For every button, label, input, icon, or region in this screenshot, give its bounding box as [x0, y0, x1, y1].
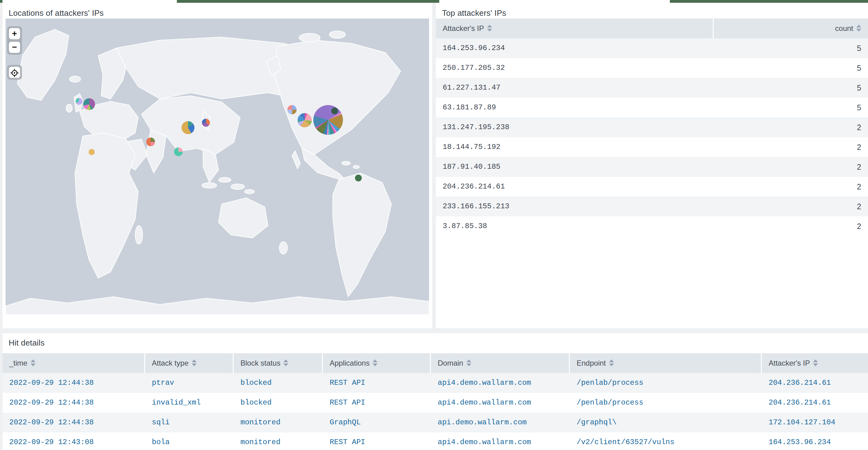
attack-type-cell[interactable]: invalid_xml [145, 393, 234, 413]
map-pie-marker[interactable] [355, 175, 362, 181]
attacker-ip-cell[interactable]: 61.227.131.47 [436, 78, 714, 98]
table-row[interactable]: 250.177.205.325 [436, 58, 868, 78]
block-status-cell[interactable]: monitored [234, 432, 323, 450]
endpoint-cell[interactable]: /graphql\ [570, 413, 762, 432]
attack-type-cell[interactable]: ptrav [145, 373, 234, 393]
time-cell[interactable]: 2022-09-29 12:44:38 [2, 413, 145, 432]
map-pie-marker[interactable] [313, 105, 343, 135]
column-header-time[interactable]: _time [2, 353, 145, 373]
attacker-ip-cell[interactable]: 204.236.214.61 [762, 393, 868, 413]
map-pie-marker[interactable] [83, 98, 95, 110]
column-header-attacker-ip[interactable]: Attacker's IP [762, 353, 868, 373]
time-cell[interactable]: 2022-09-29 12:43:08 [2, 432, 145, 450]
endpoint-cell[interactable]: /penlab/process [570, 373, 762, 393]
hit-details-panel: Hit details _time Attack type Block stat… [2, 333, 868, 450]
attack-type-cell[interactable]: sqli [145, 413, 234, 432]
sort-icon [813, 354, 818, 373]
count-cell[interactable]: 2 [714, 137, 868, 157]
count-cell[interactable]: 2 [714, 117, 868, 137]
domain-cell[interactable]: api.demo.wallarm.com [431, 413, 570, 432]
column-header-endpoint[interactable]: Endpoint [570, 353, 762, 373]
time-cell[interactable]: 2022-09-29 12:44:38 [2, 393, 145, 413]
applications-cell[interactable]: REST API [323, 393, 431, 413]
count-cell[interactable]: 5 [714, 38, 868, 58]
attack-type-cell[interactable]: bola [145, 432, 234, 450]
table-row[interactable]: 63.181.87.895 [436, 98, 868, 117]
table-row[interactable]: 18.144.75.1922 [436, 137, 868, 157]
table-row[interactable]: 3.87.85.382 [436, 216, 868, 236]
attacker-ip-cell[interactable]: 204.236.214.61 [436, 177, 714, 197]
map-pie-marker[interactable] [174, 147, 183, 156]
attacker-ip-cell[interactable]: 204.236.214.61 [762, 373, 868, 393]
map-zoom-control: + − [7, 26, 22, 55]
domain-cell[interactable]: api4.demo.wallarm.com [431, 393, 570, 413]
attacker-ip-cell[interactable]: 164.253.96.234 [762, 432, 868, 450]
column-header-block-status[interactable]: Block status [234, 353, 323, 373]
table-row[interactable]: 2022-09-29 12:44:38 sqli monitored Graph… [2, 413, 868, 432]
panel-title: Hit details [2, 333, 868, 348]
count-cell[interactable]: 5 [714, 58, 868, 78]
column-header-domain[interactable]: Domain [431, 353, 570, 373]
block-status-cell[interactable]: blocked [234, 393, 323, 413]
clipped-chart-fragment [177, 0, 439, 3]
count-cell[interactable]: 2 [714, 157, 868, 177]
map-pie-marker[interactable] [182, 121, 194, 134]
locations-map-panel: Locations of attackers' IPs [2, 3, 432, 328]
count-cell[interactable]: 2 [714, 197, 868, 216]
table-header-row: Attacker's IP count [436, 19, 868, 38]
map-pie-marker[interactable] [287, 105, 297, 114]
count-cell[interactable]: 2 [714, 216, 868, 236]
table-row[interactable]: 187.91.40.1852 [436, 157, 868, 177]
attacker-ip-cell[interactable]: 131.247.195.238 [436, 117, 714, 137]
count-cell[interactable]: 2 [714, 177, 868, 197]
attacker-ip-cell[interactable]: 172.104.127.104 [762, 413, 868, 432]
table-row[interactable]: 2022-09-29 12:44:38 ptrav blocked REST A… [2, 373, 868, 393]
applications-cell[interactable]: REST API [323, 373, 431, 393]
table-row[interactable]: 131.247.195.2382 [436, 117, 868, 137]
domain-cell[interactable]: api4.demo.wallarm.com [431, 432, 570, 450]
block-status-cell[interactable]: blocked [234, 373, 323, 393]
table-row[interactable]: 2022-09-29 12:43:08 bola monitored REST … [2, 432, 868, 450]
attacker-ip-cell[interactable]: 250.177.205.32 [436, 58, 714, 78]
column-header-attack-type[interactable]: Attack type [145, 353, 234, 373]
sort-icon [192, 354, 197, 373]
attacker-ip-cell[interactable]: 18.144.75.192 [436, 137, 714, 157]
block-status-cell[interactable]: monitored [234, 413, 323, 432]
table-row[interactable]: 2022-09-29 12:44:38 invalid_xml blocked … [2, 393, 868, 413]
table-row[interactable]: 164.253.96.2345 [436, 38, 868, 58]
locate-button[interactable] [9, 67, 20, 78]
sort-icon [466, 354, 471, 373]
zoom-out-button[interactable]: − [9, 42, 20, 53]
attacker-ip-cell[interactable]: 187.91.40.185 [436, 157, 714, 177]
map-pie-marker[interactable] [298, 113, 312, 127]
attacker-ip-cell[interactable]: 3.87.85.38 [436, 216, 714, 236]
sort-icon [31, 354, 35, 373]
zoom-in-button[interactable]: + [9, 28, 20, 39]
column-header-attacker-ip[interactable]: Attacker's IP [436, 19, 714, 38]
map-pie-marker[interactable] [89, 149, 95, 155]
applications-cell[interactable]: GraphQL [323, 413, 431, 432]
map-pie-marker[interactable] [146, 138, 155, 146]
applications-cell[interactable]: REST API [323, 432, 431, 450]
world-map[interactable]: + − [5, 19, 429, 315]
endpoint-cell[interactable]: /penlab/process [570, 393, 762, 413]
table-row[interactable]: 233.166.155.2132 [436, 197, 868, 216]
column-header-applications[interactable]: Applications [323, 353, 431, 373]
time-cell[interactable]: 2022-09-29 12:44:38 [2, 373, 145, 393]
table-row[interactable]: 61.227.131.475 [436, 78, 868, 98]
attacker-ip-cell[interactable]: 63.181.87.89 [436, 98, 714, 117]
map-pie-marker[interactable] [75, 98, 83, 105]
table-row[interactable]: 204.236.214.612 [436, 177, 868, 197]
count-cell[interactable]: 5 [714, 78, 868, 98]
endpoint-cell[interactable]: /v2/client/63527/vulns [570, 432, 762, 450]
column-header-count[interactable]: count [714, 19, 868, 38]
attacker-ip-cell[interactable]: 164.253.96.234 [436, 38, 714, 58]
domain-cell[interactable]: api4.demo.wallarm.com [431, 373, 570, 393]
count-cell[interactable]: 5 [714, 98, 868, 117]
attacker-ip-cell[interactable]: 233.166.155.213 [436, 197, 714, 216]
map-controls: + − [7, 26, 22, 55]
map-pie-marker[interactable] [331, 108, 338, 114]
map-pie-marker[interactable] [202, 119, 210, 127]
world-map-basemap [5, 19, 429, 315]
page-title: Locations of attackers' IPs [2, 3, 432, 18]
